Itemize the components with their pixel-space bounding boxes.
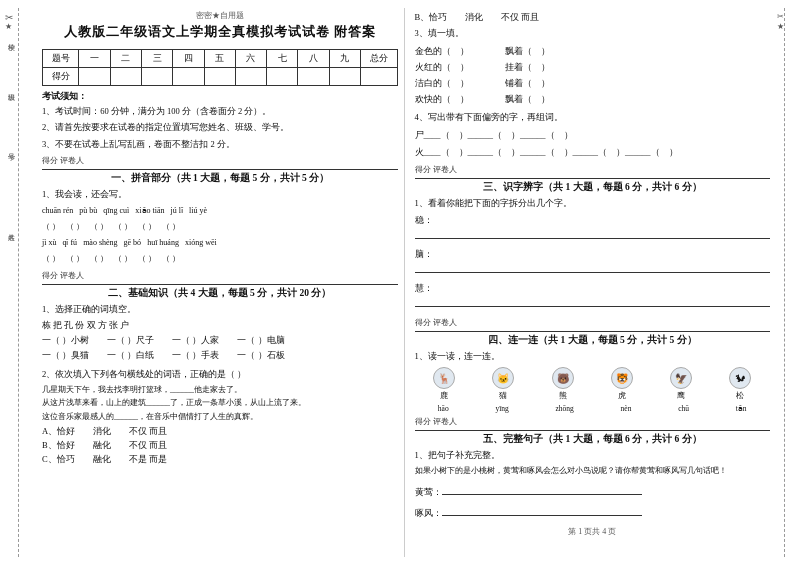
radical-row-1: 尸____（ ）______（ ）______（ ） <box>415 127 771 144</box>
animal-icon-3: 🐻 熊 <box>552 367 574 401</box>
s5-q1-title: 1、把句子补充完整。 <box>415 448 771 463</box>
s4-q1-title: 1、读一读，连一连。 <box>415 349 771 364</box>
blank-1: （ ） <box>42 219 60 235</box>
score-table-header-7: 七 <box>267 50 298 68</box>
q2-opt-A: A、恰好 消化 不仅 而且 <box>42 424 398 438</box>
pinyin-1: chuān rén <box>42 203 73 219</box>
score-cell-5 <box>204 68 235 86</box>
animal-name-4: 虎 <box>618 391 626 401</box>
animal-icon-2: 🐱 猫 <box>492 367 514 401</box>
pinyin-8: qǐ fú <box>62 235 77 251</box>
cat-icon: 🐱 <box>492 367 514 389</box>
blank-7: （ ） <box>42 251 60 267</box>
score-table-header-2: 二 <box>110 50 141 68</box>
s2-q2-text: 几星期天下午，我去找李明打篮球，______他走家去了。 从这片浅草来看，山上的… <box>42 383 398 424</box>
animal-icon-5: 🦅 鹰 <box>670 367 692 401</box>
pinyin-5: jú lǐ <box>171 203 183 219</box>
section2-q1: 1、选择正确的词填空。 栋 把 孔 份 双 方 张 户 一（ ）小树 一（ ）尺… <box>42 302 398 363</box>
q1-opt-2: 一（ ）臭猫 一（ ）白纸 一（ ）手表 一（ ）石板 <box>42 348 398 363</box>
score-cell-2 <box>110 68 141 86</box>
right-q2-options-continued: B、恰巧 消化 不仅 而且 <box>415 10 771 24</box>
char-3: 慧： <box>415 280 771 314</box>
page-footer: 第 1 页共 4 页 <box>415 526 771 537</box>
pinyin-row-1: chuān rén pù bù qīng cuì xiǎo tiān jú lǐ… <box>42 203 398 219</box>
blank-8: （ ） <box>66 251 84 267</box>
fill-items: 金色的（ ） 飘着（ ） 火红的（ ） 挂着（ ） 洁白的（ ） 铺着（ ） 欢… <box>415 43 771 108</box>
section3-score-reviewer: 得分 评卷人 <box>415 164 771 175</box>
score-table-header-4: 四 <box>173 50 204 68</box>
score-table: 题号 一 二 三 四 五 六 七 八 九 总分 得分 <box>42 49 398 86</box>
header-subtitle: 密密★自用题 <box>196 10 244 21</box>
pinyin-zhong: zhōng <box>556 404 574 413</box>
s2-q1-options: 一（ ）小树 一（ ）尺子 一（ ）人家 一（ ）电脑 一（ ）臭猫 一（ ）白… <box>42 333 398 364</box>
pinyin-blanks-row-1: （ ） （ ） （ ） （ ） （ ） （ ） <box>42 219 398 235</box>
score-cell-1 <box>79 68 110 86</box>
cut-line-right <box>784 8 785 557</box>
animal-icon-1: 🦌 鹿 <box>433 367 455 401</box>
squirrel-icon: 🐿 <box>729 367 751 389</box>
blank-5: （ ） <box>138 219 156 235</box>
left-margin: ✂ ★ 学校 班级 学号 姓名 <box>4 8 36 557</box>
q1-opt-1: 一（ ）小树 一（ ）尺子 一（ ）人家 一（ ）电脑 <box>42 333 398 348</box>
instructions-title: 考试须知： <box>42 90 398 103</box>
right-q4: 4、写出带有下面偏旁的字，再组词。 尸____（ ）______（ ）_____… <box>415 110 771 160</box>
page-title: 人教版二年级语文上学期全真模拟考试试卷 附答案 <box>64 23 376 41</box>
connect-icons-row: 🦌 鹿 🐱 猫 🐻 熊 🐯 虎 <box>415 367 771 401</box>
section4-score-reviewer: 得分 评卷人 <box>415 317 771 328</box>
instruction-3: 3、不要在试卷上乱写乱画，卷面不整洁扣 2 分。 <box>42 137 398 152</box>
fill-row-2: 火红的（ ） 挂着（ ） <box>415 59 771 75</box>
pinyin-9: mào shèng <box>83 235 117 251</box>
right-q3: 3、填一填。 金色的（ ） 飘着（ ） 火红的（ ） 挂着（ ） 洁白的（ ） … <box>415 26 771 107</box>
score-table-header-5: 五 <box>204 50 235 68</box>
right-q2-opt-B: B、恰巧 消化 不仅 而且 <box>415 10 771 24</box>
section1-header: 一、拼音部分（共 1 大题，每题 5 分，共计 5 分） <box>42 169 398 185</box>
score-row-label: 得分 <box>43 68 79 86</box>
section3-header: 三、识字辨字（共 1 大题，每题 6 分，共计 6 分） <box>415 178 771 194</box>
word-choices-text: 栋 把 孔 份 双 方 张 户 <box>42 320 129 330</box>
instruction-2: 2、请首先按要求在试卷的指定位置填写您姓名、班级、学号。 <box>42 120 398 135</box>
animal-name-5: 鹰 <box>677 391 685 401</box>
pinyin-2: pù bù <box>79 203 97 219</box>
pinyin-4: xiǎo tiān <box>135 203 164 219</box>
fill-row-1: 金色的（ ） 飘着（ ） <box>415 43 771 59</box>
score-table-header-8: 八 <box>298 50 329 68</box>
pinyin-3: qīng cuì <box>103 203 129 219</box>
right-margin: ✂ ★ <box>776 8 796 557</box>
animal-name-2: 猫 <box>499 391 507 401</box>
s2-q2-options: A、恰好 消化 不仅 而且 B、恰好 融化 不仅 而且 C、恰巧 融化 不是 而… <box>42 424 398 467</box>
radical-row-2: 火____（ ）______（ ）______（ ）______（ ）_____… <box>415 144 771 161</box>
star-icon: ★ <box>5 22 12 31</box>
eagle-icon: 🦅 <box>670 367 692 389</box>
s2-q2-title: 2、依次填入下列各句横线处的词语，正确的是（ ） <box>42 367 398 382</box>
q2-text-3: 这位音乐家最感人的______，在音乐中倡情打了人生的真辉。 <box>42 410 398 424</box>
s1-q1-title: 1、我会读，还会写。 <box>42 187 398 202</box>
word-choices: 栋 把 孔 份 双 方 张 户 <box>42 318 398 332</box>
peck-wind-line <box>442 502 642 516</box>
deer-icon: 🦌 <box>433 367 455 389</box>
animal-icon-4: 🐯 虎 <box>611 367 633 401</box>
fill-row-4: 欢快的（ ） 飘着（ ） <box>415 91 771 107</box>
left-column: 密密★自用题 人教版二年级语文上学期全真模拟考试试卷 附答案 题号 一 二 三 … <box>36 8 405 557</box>
right-q3-title: 3、填一填。 <box>415 26 771 41</box>
blank-10: （ ） <box>114 251 132 267</box>
score-table-header-3: 三 <box>142 50 173 68</box>
pinyin-12: xióng wēi <box>185 235 217 251</box>
s3-q1-title: 1、看着你能把下面的字拆分出几个字。 <box>415 196 771 211</box>
instructions-block: 考试须知： 1、考试时间：60 分钟，满分为 100 分（含卷面分 2 分）。 … <box>42 90 398 152</box>
section4-header: 四、连一连（共 1 大题，每题 5 分，共计 5 分） <box>415 331 771 347</box>
score-cell-6 <box>235 68 266 86</box>
blank-2: （ ） <box>66 219 84 235</box>
section5-score-reviewer: 得分 评卷人 <box>415 416 771 427</box>
instruction-1: 1、考试时间：60 分钟，满分为 100 分（含卷面分 2 分）。 <box>42 104 398 119</box>
pinyin-6: liú yè <box>189 203 207 219</box>
right-scissors-icon: ✂ <box>777 12 784 21</box>
right-q4-title: 4、写出带有下面偏旁的字，再组词。 <box>415 110 771 125</box>
tiger-icon: 🐯 <box>611 367 633 389</box>
s5-q1-text: 如果小树下的是小桃树，黄莺和啄风会怎么对小鸟说呢？请你帮黄莺和啄风写几句话吧！ <box>415 464 771 478</box>
s5-line-1: 黄莺： <box>415 481 771 502</box>
connect-pinyin-row: hāo yīng zhōng nèn chū tǎn <box>415 404 771 413</box>
score-cell-9 <box>329 68 360 86</box>
section4-q1: 1、读一读，连一连。 🦌 鹿 🐱 猫 🐻 熊 🐯 <box>415 349 771 413</box>
pinyin-7: jì xù <box>42 235 56 251</box>
score-table-header-1: 一 <box>79 50 110 68</box>
